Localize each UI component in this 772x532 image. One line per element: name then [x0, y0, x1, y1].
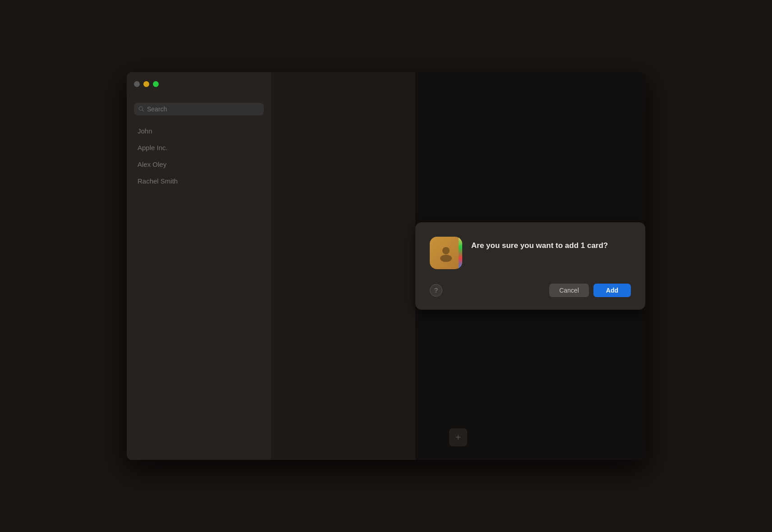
confirmation-dialog: Are you sure you want to add 1 card? ? C… — [415, 222, 645, 310]
app-window: John Apple Inc. Alex Oley Rachel Smith + — [127, 72, 645, 460]
contacts-app-icon — [436, 243, 456, 263]
dialog-overlay: Are you sure you want to add 1 card? ? C… — [415, 72, 645, 460]
sidebar: John Apple Inc. Alex Oley Rachel Smith — [127, 72, 271, 460]
dialog-header: Are you sure you want to add 1 card? — [430, 237, 631, 269]
add-button[interactable]: Add — [593, 284, 631, 297]
help-button[interactable]: ? — [430, 284, 442, 297]
svg-point-3 — [440, 255, 452, 262]
contact-item[interactable]: John — [134, 123, 264, 139]
search-input[interactable] — [147, 105, 259, 113]
app-icon — [430, 237, 462, 269]
contact-item[interactable]: Alex Oley — [134, 156, 264, 173]
main-content: + Are you sure you want to add 1 card? — [271, 72, 645, 460]
dialog-footer: ? Cancel Add — [430, 284, 631, 297]
svg-point-2 — [442, 247, 450, 254]
title-bar — [127, 72, 271, 96]
svg-line-1 — [142, 110, 144, 111]
contact-list: John Apple Inc. Alex Oley Rachel Smith — [127, 123, 271, 189]
contact-item[interactable]: Rachel Smith — [134, 173, 264, 189]
search-icon — [138, 106, 144, 112]
cancel-button[interactable]: Cancel — [549, 284, 589, 297]
contact-item[interactable]: Apple Inc. — [134, 139, 264, 156]
maximize-button[interactable] — [153, 81, 159, 87]
minimize-button[interactable] — [143, 81, 149, 87]
dialog-title: Are you sure you want to add 1 card? — [471, 240, 608, 251]
close-button[interactable] — [134, 81, 140, 87]
search-bar[interactable] — [134, 103, 264, 115]
traffic-lights — [134, 81, 159, 87]
